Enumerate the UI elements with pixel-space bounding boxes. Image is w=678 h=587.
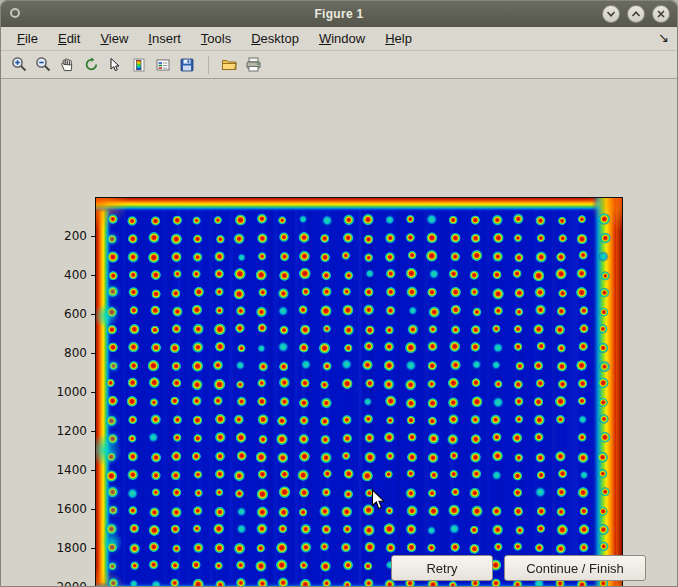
y-tickmark	[91, 392, 95, 393]
menu-desktop[interactable]: Desktop	[241, 28, 309, 49]
rotate-3d-icon	[83, 56, 100, 73]
figure-window: Figure 1 File Edit View Insert Tools Des…	[0, 0, 678, 587]
open-folder-icon	[221, 56, 238, 73]
menu-file[interactable]: File	[7, 28, 48, 49]
rotate-3d-button[interactable]	[79, 53, 103, 77]
close-window-button[interactable]	[652, 5, 670, 23]
y-tickmark	[91, 314, 95, 315]
window-controls	[602, 5, 670, 23]
save-figure-button[interactable]	[175, 53, 199, 77]
shade-window-button[interactable]	[602, 5, 620, 23]
menu-edit[interactable]: Edit	[48, 28, 90, 49]
zoom-out-icon	[35, 56, 52, 73]
titlebar[interactable]: Figure 1	[1, 1, 677, 28]
dock-figure-icon[interactable]: ↘	[658, 30, 669, 45]
y-tickmark	[91, 275, 95, 276]
y-tickmark	[91, 236, 95, 237]
chevron-up-icon	[631, 9, 641, 19]
zoom-in-icon	[11, 56, 28, 73]
y-tickmark	[91, 548, 95, 549]
retry-button[interactable]: Retry	[391, 555, 493, 581]
y-tick-label: 1600	[37, 502, 87, 516]
maximize-window-button[interactable]	[627, 5, 645, 23]
y-tickmark	[91, 353, 95, 354]
y-tick-label: 400	[37, 268, 87, 282]
zoom-out-button[interactable]	[31, 53, 55, 77]
y-tick-label: 800	[37, 346, 87, 360]
continue-finish-button[interactable]: Continue / Finish	[504, 555, 646, 581]
print-icon	[245, 56, 262, 73]
y-tick-label: 1200	[37, 424, 87, 438]
open-file-button[interactable]	[217, 53, 241, 77]
print-figure-button[interactable]	[241, 53, 265, 77]
window-title: Figure 1	[1, 7, 677, 21]
y-tick-label: 600	[37, 307, 87, 321]
pan-button[interactable]	[55, 53, 79, 77]
data-cursor-icon	[107, 57, 123, 73]
y-tick-label: 1000	[37, 385, 87, 399]
figure-canvas-area: 200 400 600 800 1000 1200 1400 1600 1800…	[1, 79, 677, 586]
close-icon	[656, 9, 666, 19]
menu-view[interactable]: View	[90, 28, 138, 49]
colorbar-icon	[131, 57, 147, 73]
menu-window[interactable]: Window	[309, 28, 375, 49]
menubar: File Edit View Insert Tools Desktop Wind…	[1, 27, 677, 51]
scan-canvas[interactable]	[96, 198, 622, 587]
save-icon	[179, 57, 195, 73]
insert-legend-icon	[155, 57, 171, 73]
y-tickmark	[91, 470, 95, 471]
figure-toolbar	[1, 51, 677, 79]
insert-legend-button[interactable]	[151, 53, 175, 77]
menu-insert[interactable]: Insert	[138, 28, 191, 49]
image-axes	[95, 197, 623, 587]
colorbar-button[interactable]	[127, 53, 151, 77]
toolbar-separator	[199, 56, 209, 74]
y-tick-label: 200	[37, 229, 87, 243]
menu-help[interactable]: Help	[375, 28, 422, 49]
y-tickmark	[91, 431, 95, 432]
y-tick-label: 2000	[37, 580, 87, 587]
y-tick-label: 1400	[37, 463, 87, 477]
y-tickmark	[91, 509, 95, 510]
data-cursor-button[interactable]	[103, 53, 127, 77]
chevron-down-icon	[606, 9, 616, 19]
y-tick-label: 1800	[37, 541, 87, 555]
menu-tools[interactable]: Tools	[191, 28, 241, 49]
zoom-in-button[interactable]	[7, 53, 31, 77]
pan-hand-icon	[59, 57, 75, 73]
